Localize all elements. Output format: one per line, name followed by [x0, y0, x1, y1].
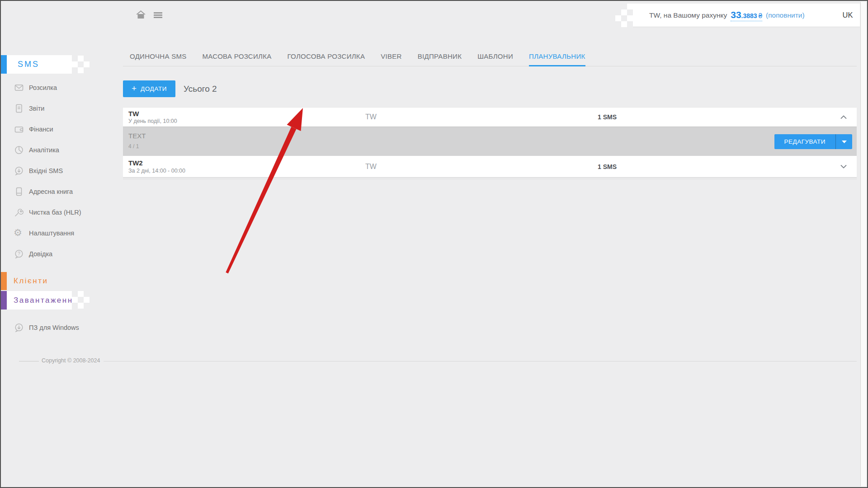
pie-chart-icon: [14, 145, 24, 155]
chevron-down-icon[interactable]: [840, 164, 847, 169]
sidebar-item-nalashtuvannia[interactable]: ⚙ Налаштування: [1, 223, 100, 244]
scheduler-row-detail: TEXT 4 / 1 РЕДАГУВАТИ: [123, 127, 857, 156]
pixel-decor: [78, 291, 84, 297]
menu-hamburger-icon[interactable]: [154, 12, 162, 18]
pixel-decor: [621, 9, 627, 15]
pixel-decor: [615, 15, 621, 21]
balance-amount[interactable]: 33.3883₴: [731, 9, 762, 21]
app-window: TW, на Вашому рахунку 33.3883₴ (поповнит…: [0, 0, 868, 488]
clients-bar: [1, 272, 7, 290]
svg-text:?: ?: [18, 251, 20, 256]
edit-split-button: РЕДАГУВАТИ: [774, 134, 853, 149]
row-sender: TW: [365, 163, 377, 171]
pixel-decor: [78, 303, 84, 309]
section-tabs: ОДИНОЧНА SMS МАСОВА РОЗСИЛКА ГОЛОСОВА РО…: [123, 48, 857, 66]
scheduler-row-tw[interactable]: TW У день події, 10:00 TW 1 SMS: [123, 107, 857, 127]
tab-odynochna-sms[interactable]: ОДИНОЧНА SMS: [130, 48, 187, 66]
pixel-decor: [72, 61, 78, 67]
envelope-icon: [14, 83, 24, 92]
home-icon[interactable]: [136, 9, 146, 19]
row-sms-count: 1 SMS: [598, 163, 617, 170]
scrollbar-track[interactable]: [860, 2, 866, 486]
sidebar-item-rozsylka[interactable]: Розсилка: [1, 77, 100, 98]
tab-viber[interactable]: VIBER: [381, 48, 402, 66]
pixel-decor: [84, 297, 90, 303]
pixel-decor: [78, 56, 84, 61]
chevron-up-icon[interactable]: [840, 115, 847, 119]
sidebar-nav: Розсилка Звіти Фінанси Аналітика Вхідні …: [1, 77, 100, 264]
gear-icon: ⚙: [14, 227, 22, 238]
sidebar-item-vkhidni-sms[interactable]: Вхідні SMS: [1, 160, 100, 181]
row-sender: TW: [365, 113, 377, 121]
pixel-decor: [72, 297, 78, 303]
pixel-decor: [78, 67, 84, 73]
row-name: TW: [128, 110, 139, 117]
currency-symbol: ₴: [759, 12, 762, 19]
scheduler-row-tw2[interactable]: TW2 За 2 дні, 14:00 - 00:00 TW 1 SMS: [123, 156, 857, 178]
pixel-decor: [627, 15, 633, 21]
clients-label: Клієнти: [14, 272, 48, 290]
language-selector[interactable]: UK: [827, 11, 853, 19]
detail-message-text: TEXT: [128, 132, 146, 140]
sidebar-section-downloads[interactable]: Завантаження: [1, 291, 72, 310]
ukraine-flag-icon: [827, 12, 839, 19]
wallet-icon: [14, 125, 24, 134]
downloads-label: Завантаження: [14, 291, 78, 310]
topup-link[interactable]: (поповнити): [766, 11, 805, 19]
tab-holosova-rozsylka[interactable]: ГОЛОСОВА РОЗСИЛКА: [288, 48, 365, 66]
tab-masova-rozsylka[interactable]: МАСОВА РОЗСИЛКА: [203, 48, 272, 66]
edit-dropdown-button[interactable]: [836, 134, 852, 149]
report-document-icon: [14, 104, 24, 113]
total-count-label: Усього 2: [184, 80, 217, 97]
help-question-icon: ?: [14, 249, 24, 258]
downloads-bar: [1, 291, 7, 310]
sidebar-item-zvity[interactable]: Звіти: [1, 98, 100, 119]
tab-vidpravnyk[interactable]: ВІДПРАВНИК: [418, 48, 462, 66]
red-annotation-arrow: [1, 1, 868, 488]
wrench-icon: [14, 208, 24, 217]
caret-down-icon: [842, 140, 847, 143]
account-panel: TW, на Вашому рахунку 33.3883₴ (поповнит…: [633, 4, 860, 27]
sidebar-item-adresna-knyha[interactable]: Адресна книга: [1, 181, 100, 202]
balance-prefix: TW, на Вашому рахунку: [649, 11, 727, 19]
sidebar-item-chystka-baz[interactable]: Чистка баз (HLR): [1, 202, 100, 223]
sidebar-item-pz-windows[interactable]: ПЗ для Windows: [1, 317, 105, 338]
tab-shablony[interactable]: ШАБЛОНИ: [477, 48, 513, 66]
pixel-decor: [627, 4, 633, 9]
copyright-text: Copyright © 2008-2024: [42, 357, 100, 364]
list-bottom-shadow: [123, 178, 857, 179]
row-name: TW2: [128, 159, 143, 167]
copyright-divider-left: [19, 361, 39, 361]
sidebar-section-clients[interactable]: Клієнти: [1, 272, 100, 290]
edit-button[interactable]: РЕДАГУВАТИ: [774, 134, 836, 149]
language-code: UK: [843, 11, 853, 19]
sidebar-sms-label[interactable]: SMS: [18, 55, 39, 74]
sidebar-item-dovidka[interactable]: ? Довідка: [1, 244, 100, 264]
inbox-bubble-down-arrow-icon: [14, 166, 24, 175]
row-sms-count: 1 SMS: [598, 113, 617, 121]
tab-planuvalnyk[interactable]: ПЛАНУВАЛЬНИК: [529, 48, 585, 66]
sms-active-bar: [1, 55, 7, 74]
copyright-divider-right: [104, 361, 857, 361]
pixel-decor: [621, 21, 627, 27]
plus-icon: +: [132, 84, 137, 94]
sidebar-section-sms: SMS: [1, 55, 72, 74]
sidebar-item-analityka[interactable]: Аналітика: [1, 140, 100, 160]
address-book-icon: [14, 187, 24, 196]
sidebar-item-finansy[interactable]: Фінанси: [1, 119, 100, 140]
row-schedule: За 2 дні, 14:00 - 00:00: [128, 168, 185, 174]
add-button[interactable]: + ДОДАТИ: [123, 80, 175, 97]
detail-pages: 4 / 1: [128, 143, 139, 150]
download-bubble-icon: [14, 323, 24, 332]
pixel-decor: [84, 61, 90, 67]
row-schedule: У день події, 10:00: [128, 118, 177, 124]
scheduler-list: TW У день події, 10:00 TW 1 SMS TEXT 4 /…: [123, 107, 857, 179]
